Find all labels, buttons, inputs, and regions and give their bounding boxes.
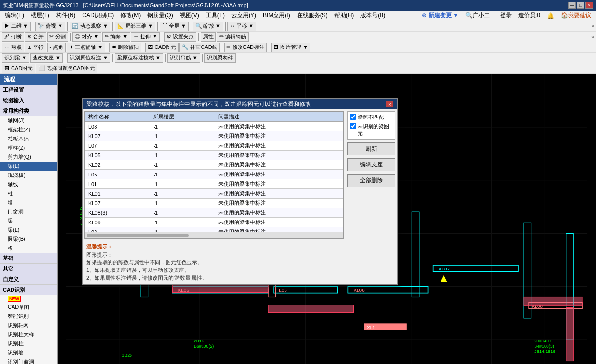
cad-elem-btn1[interactable]: 🖼 CAD图元 [145,43,179,52]
pan-btn[interactable]: ↔ 平移 ▼ [227,22,256,31]
menu-tools[interactable]: 工具(T) [203,11,227,21]
split-btn[interactable]: ✂ 分割 [47,32,68,42]
menu-modify[interactable]: 修改(M) [118,11,143,21]
menu-edit[interactable]: 编辑(E) [2,11,27,21]
table-row[interactable]: L07-1未使用的梁集中标注 [85,141,343,151]
sidebar-item-idaxis[interactable]: 识别轴网 [0,321,57,330]
identify-hanger-btn[interactable]: 识别吊筋 ▼ [167,53,200,63]
menu-view[interactable]: 视图(V) [177,11,202,21]
sidebar-header-cadid[interactable]: CAD识别 [0,285,57,295]
sidebar-header-other[interactable]: 其它 [0,264,57,274]
pic-manage-btn[interactable]: 🖼 图片管理 ▼ [271,43,310,52]
dynamic-view-btn[interactable]: 🔄 动态观察 ▼ [70,22,110,31]
identify-beam-comp-btn[interactable]: 识别梁构件 [204,53,236,63]
property-btn[interactable]: 属性 [201,32,216,42]
window-controls[interactable]: — □ × [568,2,593,9]
grip-btn[interactable]: ⚙ 设置夹点 [164,32,196,42]
table-row[interactable]: L01-1未使用的梁集中标注 [85,179,343,189]
parallel-btn[interactable]: ⊥ 平行 [25,43,46,52]
sidebar-header-draw[interactable]: 绘图输入 [0,95,57,106]
menu-component[interactable]: 构件(N) [53,11,79,21]
sidebar-item-axis[interactable]: 轴网(J) [0,116,57,125]
close-btn[interactable]: × [585,2,593,9]
view-2d-btn[interactable]: ▶ 二维 ▼ [2,22,31,31]
same-color-btn[interactable]: ⬜ 选择同颜色CAD图元 [36,64,97,73]
identify-beam-btn[interactable]: 识别梁 ▼ [2,53,29,63]
top-view-btn[interactable]: 🔭 俯视 ▼ [35,22,65,31]
point-angle-btn[interactable]: • 点角 [47,43,66,52]
identify-site-note-btn[interactable]: 识别原位标注 ▼ [67,53,110,63]
h-scrollbar[interactable] [85,232,343,238]
cad-elem-btn2[interactable]: 🖼 CAD图元 [2,64,35,73]
sidebar-item-idcol[interactable]: 识别柱 [0,339,57,348]
table-row[interactable]: L05-1未使用的梁集中标注 [85,170,343,179]
sidebar-item-wall[interactable]: 墙 [0,198,57,207]
fullscreen-btn[interactable]: ⛶ 全屏 ▼ [160,22,189,31]
sidebar-item-castslab[interactable]: 现浇板( [0,171,57,180]
sidebar-item-beam-l[interactable]: 梁(L) [0,225,57,235]
modify-cad-note-btn[interactable]: ✏ 修改CAD标注 [224,43,267,52]
sidebar-header-custom[interactable]: 自定义 [0,274,57,284]
table-row[interactable]: L08-1未使用的梁集中标注 [85,122,343,131]
sidebar-item-slab[interactable]: 板 [0,244,57,253]
edit-support-btn[interactable]: 编辑支座 [347,158,395,171]
local-3d-btn[interactable]: 📐 局部三维 ▼ [115,22,155,31]
sidebar-item-smartid[interactable]: 智能识别 [0,312,57,321]
add-cad-line-btn[interactable]: 🔧 补画CAD线 [179,43,219,52]
suggest-btn[interactable]: 🏠我要建议 [558,11,594,21]
sidebar-item-axisline[interactable]: 轴线 [0,180,57,189]
check-support-btn[interactable]: 查改支座 ▼ [30,53,63,63]
sidebar-item-arcbeam[interactable]: 圆梁(B) [0,235,57,244]
edit-btn[interactable]: ✏ 编修 ▼ [102,32,130,42]
edit-steel-btn[interactable]: ✏ 编辑钢筋 [217,32,249,42]
sidebar-item-beam2[interactable]: 梁 [0,216,57,225]
sidebar-header-foundation[interactable]: 基础 [0,253,57,263]
checkbox-unrecognized[interactable]: 未识别的梁图元 [350,123,393,137]
table-row[interactable]: KL01-1未使用的梁集中标注 [85,189,343,199]
table-scroll[interactable]: 构件名称 所属楼层 问题描述 L08-1未使用的梁集中标注KL07-1未使用的梁… [85,112,343,232]
break-btn[interactable]: 🖊 打断 [2,32,24,42]
table-row[interactable]: KL09-1未使用的梁集中标注 [85,218,343,227]
sidebar-item-idwall[interactable]: 识别墙 [0,348,57,357]
menu-cad[interactable]: CAD识别(C) [79,11,117,21]
sidebar-item-beam[interactable]: 梁(L) [0,162,57,171]
beam-site-check-btn[interactable]: 梁原位标注校核 ▼ [115,53,163,63]
sidebar-item-kz[interactable]: 框架柱(Z) [0,125,57,134]
cad-view[interactable]: KL01 KL02 KL05 L05 KL06 KL07 KL08 KL09 [58,74,596,364]
align-btn[interactable]: ◎ 对齐 ▼ [72,32,101,42]
table-row[interactable]: KL07-1未使用的梁集中标注 [85,131,343,141]
notify-btn[interactable]: 🔔 [544,12,557,20]
del-aux-btn[interactable]: ✖ 删除辅轴 [109,43,141,52]
menu-floor[interactable]: 楼层(L) [28,11,52,21]
stretch-btn[interactable]: ↔ 拉伸 ▼ [131,32,160,42]
sidebar-header-common[interactable]: 常用构件类 [0,106,57,116]
sidebar-item-cadsketch[interactable]: CAD草图 [0,303,57,312]
table-row[interactable]: KL08(3)-1未使用的梁集中标注 [85,208,343,218]
login-btn[interactable]: 登录 [497,11,514,21]
table-row[interactable]: L03-1未使用的梁集中标注 [85,227,343,232]
expand2-icon[interactable]: » [591,34,594,40]
menu-cloud[interactable]: 云应用(Y) [228,11,259,21]
menu-steel[interactable]: 钢筋量(Q) [144,11,176,21]
expand-icon[interactable]: » [591,23,594,29]
merge-btn[interactable]: ⊕ 合并 [25,32,46,42]
sidebar-item-iddoorwin[interactable]: 识别门窗洞 [0,357,57,364]
sidebar-item-kz2[interactable]: 框柱(Z) [0,143,57,153]
three-point-btn[interactable]: ✦ 三点辅轴 ▼ [67,43,105,52]
dialog-close-btn[interactable]: × [386,101,393,107]
maximize-btn[interactable]: □ [577,2,584,9]
sidebar-item-slabfound[interactable]: 筏板基础 [0,134,57,143]
sidebar-item-col[interactable]: 柱 [0,189,57,198]
mismatch-checkbox[interactable] [350,114,356,120]
h-scrollbar-thumb[interactable] [87,234,189,237]
new-change-btn[interactable]: ⊕ 新建变更 ▼ [419,11,462,21]
unrecognized-checkbox[interactable] [350,123,356,129]
guangxiaoer-btn[interactable]: 🔍广小二 [463,11,493,21]
zoom-btn[interactable]: 🔍 缩放 ▼ [193,22,223,31]
table-row[interactable]: KL02-1未使用的梁集中标注 [85,160,343,170]
refresh-btn[interactable]: 刷新 [347,142,395,155]
table-row[interactable]: KL07-1未使用的梁集中标注 [85,199,343,208]
minimize-btn[interactable]: — [568,2,576,9]
sidebar-item-shearwall[interactable]: 剪力墙(Q) [0,153,57,162]
menu-online[interactable]: 在线服务(S) [294,11,331,21]
